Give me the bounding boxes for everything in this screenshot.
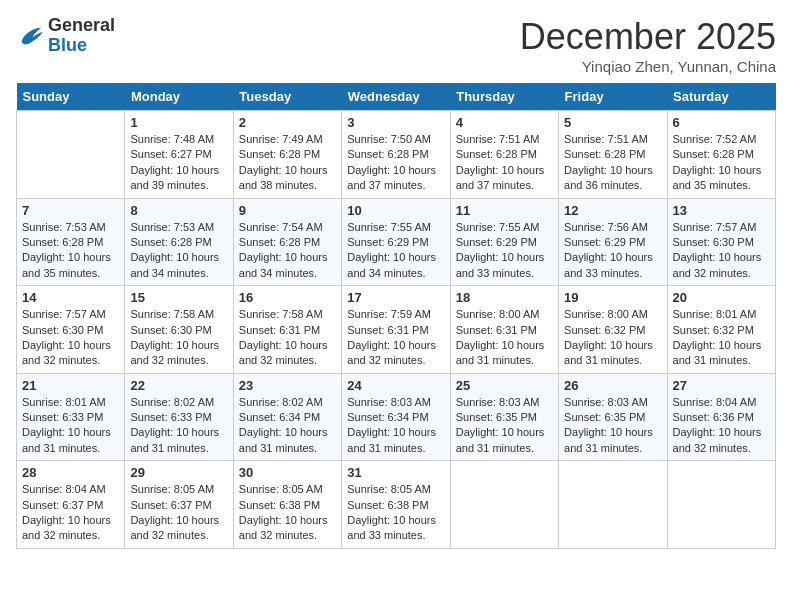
cell-info: Sunrise: 7:57 AMSunset: 6:30 PMDaylight:…: [673, 220, 770, 282]
logo-general-text: General: [48, 15, 115, 35]
day-number: 18: [456, 290, 553, 305]
calendar-cell: 9Sunrise: 7:54 AMSunset: 6:28 PMDaylight…: [233, 198, 341, 286]
day-number: 3: [347, 115, 444, 130]
cell-info: Sunrise: 7:49 AMSunset: 6:28 PMDaylight:…: [239, 132, 336, 194]
cell-info: Sunrise: 8:01 AMSunset: 6:32 PMDaylight:…: [673, 307, 770, 369]
day-header-monday: Monday: [125, 83, 233, 111]
logo-bird-icon: [16, 22, 44, 50]
calendar-cell: 14Sunrise: 7:57 AMSunset: 6:30 PMDayligh…: [17, 286, 125, 374]
calendar-cell: 18Sunrise: 8:00 AMSunset: 6:31 PMDayligh…: [450, 286, 558, 374]
calendar-cell: 10Sunrise: 7:55 AMSunset: 6:29 PMDayligh…: [342, 198, 450, 286]
day-number: 12: [564, 203, 661, 218]
calendar-cell: 27Sunrise: 8:04 AMSunset: 6:36 PMDayligh…: [667, 373, 775, 461]
calendar-cell: 15Sunrise: 7:58 AMSunset: 6:30 PMDayligh…: [125, 286, 233, 374]
day-header-friday: Friday: [559, 83, 667, 111]
calendar-cell: [559, 461, 667, 549]
cell-info: Sunrise: 8:03 AMSunset: 6:35 PMDaylight:…: [564, 395, 661, 457]
day-number: 11: [456, 203, 553, 218]
calendar-cell: 12Sunrise: 7:56 AMSunset: 6:29 PMDayligh…: [559, 198, 667, 286]
week-row-4: 21Sunrise: 8:01 AMSunset: 6:33 PMDayligh…: [17, 373, 776, 461]
cell-info: Sunrise: 8:02 AMSunset: 6:34 PMDaylight:…: [239, 395, 336, 457]
calendar-cell: 22Sunrise: 8:02 AMSunset: 6:33 PMDayligh…: [125, 373, 233, 461]
page-header: General Blue December 2025 Yinqiao Zhen,…: [16, 16, 776, 75]
month-title: December 2025: [520, 16, 776, 58]
day-number: 19: [564, 290, 661, 305]
calendar-cell: 31Sunrise: 8:05 AMSunset: 6:38 PMDayligh…: [342, 461, 450, 549]
week-row-5: 28Sunrise: 8:04 AMSunset: 6:37 PMDayligh…: [17, 461, 776, 549]
cell-info: Sunrise: 7:58 AMSunset: 6:31 PMDaylight:…: [239, 307, 336, 369]
calendar-cell: 6Sunrise: 7:52 AMSunset: 6:28 PMDaylight…: [667, 111, 775, 199]
day-number: 15: [130, 290, 227, 305]
calendar-cell: [450, 461, 558, 549]
cell-info: Sunrise: 7:51 AMSunset: 6:28 PMDaylight:…: [456, 132, 553, 194]
day-number: 4: [456, 115, 553, 130]
calendar-cell: 17Sunrise: 7:59 AMSunset: 6:31 PMDayligh…: [342, 286, 450, 374]
day-number: 28: [22, 465, 119, 480]
day-number: 6: [673, 115, 770, 130]
calendar-cell: 29Sunrise: 8:05 AMSunset: 6:37 PMDayligh…: [125, 461, 233, 549]
calendar-cell: 20Sunrise: 8:01 AMSunset: 6:32 PMDayligh…: [667, 286, 775, 374]
cell-info: Sunrise: 8:03 AMSunset: 6:34 PMDaylight:…: [347, 395, 444, 457]
day-number: 25: [456, 378, 553, 393]
week-row-2: 7Sunrise: 7:53 AMSunset: 6:28 PMDaylight…: [17, 198, 776, 286]
calendar-table: SundayMondayTuesdayWednesdayThursdayFrid…: [16, 83, 776, 549]
cell-info: Sunrise: 8:04 AMSunset: 6:37 PMDaylight:…: [22, 482, 119, 544]
logo-blue-text: Blue: [48, 35, 87, 55]
cell-info: Sunrise: 7:56 AMSunset: 6:29 PMDaylight:…: [564, 220, 661, 282]
day-number: 10: [347, 203, 444, 218]
cell-info: Sunrise: 7:50 AMSunset: 6:28 PMDaylight:…: [347, 132, 444, 194]
day-number: 16: [239, 290, 336, 305]
calendar-cell: 26Sunrise: 8:03 AMSunset: 6:35 PMDayligh…: [559, 373, 667, 461]
day-header-sunday: Sunday: [17, 83, 125, 111]
cell-info: Sunrise: 8:01 AMSunset: 6:33 PMDaylight:…: [22, 395, 119, 457]
day-number: 24: [347, 378, 444, 393]
day-number: 7: [22, 203, 119, 218]
calendar-cell: 21Sunrise: 8:01 AMSunset: 6:33 PMDayligh…: [17, 373, 125, 461]
day-number: 30: [239, 465, 336, 480]
day-number: 26: [564, 378, 661, 393]
calendar-cell: [17, 111, 125, 199]
day-number: 17: [347, 290, 444, 305]
cell-info: Sunrise: 8:00 AMSunset: 6:32 PMDaylight:…: [564, 307, 661, 369]
calendar-cell: 1Sunrise: 7:48 AMSunset: 6:27 PMDaylight…: [125, 111, 233, 199]
cell-info: Sunrise: 8:00 AMSunset: 6:31 PMDaylight:…: [456, 307, 553, 369]
calendar-cell: [667, 461, 775, 549]
title-block: December 2025 Yinqiao Zhen, Yunnan, Chin…: [520, 16, 776, 75]
day-number: 8: [130, 203, 227, 218]
cell-info: Sunrise: 7:51 AMSunset: 6:28 PMDaylight:…: [564, 132, 661, 194]
cell-info: Sunrise: 7:53 AMSunset: 6:28 PMDaylight:…: [22, 220, 119, 282]
day-header-saturday: Saturday: [667, 83, 775, 111]
week-row-1: 1Sunrise: 7:48 AMSunset: 6:27 PMDaylight…: [17, 111, 776, 199]
day-number: 9: [239, 203, 336, 218]
cell-info: Sunrise: 7:48 AMSunset: 6:27 PMDaylight:…: [130, 132, 227, 194]
calendar-cell: 24Sunrise: 8:03 AMSunset: 6:34 PMDayligh…: [342, 373, 450, 461]
day-number: 1: [130, 115, 227, 130]
cell-info: Sunrise: 7:54 AMSunset: 6:28 PMDaylight:…: [239, 220, 336, 282]
calendar-cell: 4Sunrise: 7:51 AMSunset: 6:28 PMDaylight…: [450, 111, 558, 199]
day-number: 31: [347, 465, 444, 480]
day-number: 23: [239, 378, 336, 393]
cell-info: Sunrise: 7:52 AMSunset: 6:28 PMDaylight:…: [673, 132, 770, 194]
day-headers-row: SundayMondayTuesdayWednesdayThursdayFrid…: [17, 83, 776, 111]
day-number: 27: [673, 378, 770, 393]
calendar-cell: 3Sunrise: 7:50 AMSunset: 6:28 PMDaylight…: [342, 111, 450, 199]
cell-info: Sunrise: 8:03 AMSunset: 6:35 PMDaylight:…: [456, 395, 553, 457]
cell-info: Sunrise: 8:04 AMSunset: 6:36 PMDaylight:…: [673, 395, 770, 457]
calendar-cell: 5Sunrise: 7:51 AMSunset: 6:28 PMDaylight…: [559, 111, 667, 199]
calendar-cell: 16Sunrise: 7:58 AMSunset: 6:31 PMDayligh…: [233, 286, 341, 374]
cell-info: Sunrise: 8:05 AMSunset: 6:38 PMDaylight:…: [347, 482, 444, 544]
day-number: 22: [130, 378, 227, 393]
calendar-cell: 23Sunrise: 8:02 AMSunset: 6:34 PMDayligh…: [233, 373, 341, 461]
day-number: 13: [673, 203, 770, 218]
cell-info: Sunrise: 7:57 AMSunset: 6:30 PMDaylight:…: [22, 307, 119, 369]
cell-info: Sunrise: 7:55 AMSunset: 6:29 PMDaylight:…: [347, 220, 444, 282]
week-row-3: 14Sunrise: 7:57 AMSunset: 6:30 PMDayligh…: [17, 286, 776, 374]
logo: General Blue: [16, 16, 115, 56]
calendar-cell: 30Sunrise: 8:05 AMSunset: 6:38 PMDayligh…: [233, 461, 341, 549]
day-header-wednesday: Wednesday: [342, 83, 450, 111]
cell-info: Sunrise: 8:05 AMSunset: 6:38 PMDaylight:…: [239, 482, 336, 544]
day-number: 20: [673, 290, 770, 305]
cell-info: Sunrise: 8:02 AMSunset: 6:33 PMDaylight:…: [130, 395, 227, 457]
calendar-cell: 25Sunrise: 8:03 AMSunset: 6:35 PMDayligh…: [450, 373, 558, 461]
cell-info: Sunrise: 7:59 AMSunset: 6:31 PMDaylight:…: [347, 307, 444, 369]
